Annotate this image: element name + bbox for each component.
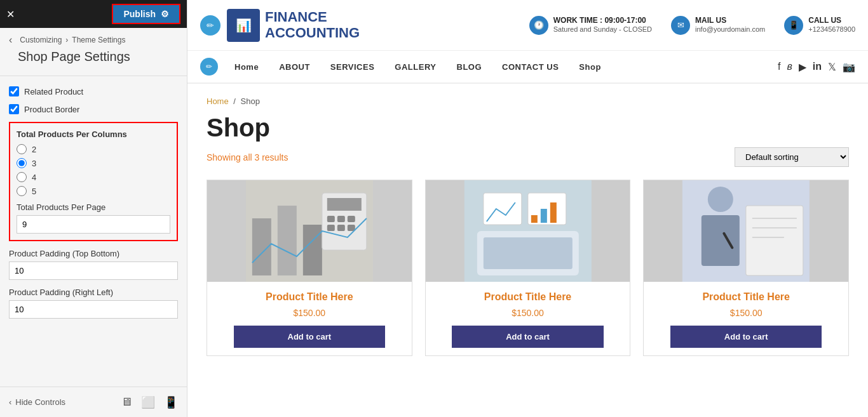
breadcrumb-theme-settings: Theme Settings (72, 36, 125, 44)
col4-row: 4 (17, 172, 170, 182)
bottom-bar: ‹ Hide Controls 🖥 ⬜ 📱 (0, 387, 187, 417)
mail-icon: ✉ (671, 16, 690, 35)
columns-section-label: Total Products Per Columns (17, 129, 170, 139)
add-to-cart-1[interactable]: Add to cart (234, 326, 385, 348)
svg-rect-8 (348, 216, 355, 222)
panel-title: Shop Page Settings (9, 48, 178, 70)
logo-icon: 📊 (227, 9, 260, 42)
work-time-block: 🕐 WORK TIME : 09:00-17:00 Satured and Su… (529, 16, 652, 35)
desktop-icon[interactable]: 🖥 (121, 395, 132, 409)
nav-services[interactable]: SERVICES (322, 53, 384, 81)
site-header: ✏ 📊 FINANCE ACCOUNTING 🕐 WORK TIME : 09:… (187, 0, 868, 51)
tablet-icon[interactable]: ⬜ (141, 395, 155, 409)
top-bar: ✕ Publish ⚙ (0, 0, 187, 28)
nav-gallery[interactable]: GALLERY (386, 53, 445, 81)
related-product-checkbox[interactable] (9, 86, 19, 96)
hide-controls-button[interactable]: ‹ Hide Controls (9, 397, 65, 407)
breadcrumb-separator: › (65, 36, 68, 44)
add-to-cart-3[interactable]: Add to cart (670, 326, 822, 348)
arrow-left-icon: ‹ (9, 397, 11, 407)
nav-home[interactable]: Home (226, 53, 268, 81)
linkedin-icon[interactable]: in (813, 61, 822, 72)
nav-shop[interactable]: Shop (570, 53, 610, 81)
svg-rect-7 (337, 216, 345, 222)
product-name-2: Product Title Here (433, 291, 623, 304)
mail-label: MAIL US (695, 16, 765, 25)
panel-scroll: Related Product Product Border Total Pro… (0, 81, 187, 387)
twitter-icon[interactable]: 𝕏 (828, 61, 836, 73)
svg-rect-22 (702, 215, 740, 266)
preview-area: ✏ 📊 FINANCE ACCOUNTING 🕐 WORK TIME : 09:… (187, 0, 868, 417)
columns-section: Total Products Per Columns 2 3 4 5 Total… (9, 122, 178, 241)
vk-icon[interactable]: в (787, 61, 792, 72)
nav-edit-icon[interactable]: ✏ (200, 58, 218, 76)
product-info-2: Product Title Here $150.00 Add to cart (426, 282, 630, 355)
header-edit-icon[interactable]: ✏ (200, 15, 220, 36)
call-value: +12345678900 (808, 25, 855, 33)
product-border-checkbox[interactable] (9, 104, 19, 114)
svg-rect-5 (327, 198, 362, 211)
breadcrumb-home-link[interactable]: Home (207, 96, 229, 106)
breadcrumb-sep: / (233, 96, 238, 106)
nav-blog[interactable]: BLOG (448, 53, 491, 81)
shop-content: Home / Shop Shop Showing all 3 results D… (187, 84, 868, 369)
back-arrow-icon[interactable]: ‹ (9, 34, 12, 46)
padding-right-left-input[interactable]: 10 (9, 300, 178, 319)
logo-block: 📊 FINANCE ACCOUNTING (227, 9, 360, 42)
social-icons: f в ▶ in 𝕏 📷 (778, 61, 855, 73)
product-img-2 (426, 180, 630, 282)
facebook-icon[interactable]: f (778, 61, 780, 72)
work-time-text: WORK TIME : 09:00-17:00 Satured and Sund… (553, 16, 652, 34)
add-to-cart-2[interactable]: Add to cart (452, 326, 603, 348)
svg-rect-17 (531, 215, 537, 223)
col3-label: 3 (32, 159, 36, 168)
product-border-label: Product Border (24, 105, 79, 114)
nav-about[interactable]: ABOUT (270, 53, 319, 81)
padding-top-bottom-section: Product Padding (Top Bottom) 10 (9, 249, 178, 280)
product-img-3 (644, 180, 848, 282)
svg-rect-9 (327, 225, 335, 231)
youtube-icon[interactable]: ▶ (799, 61, 806, 73)
product-info-3: Product Title Here $150.00 Add to cart (644, 282, 848, 355)
call-block: 📱 CALL US +12345678900 (784, 16, 855, 35)
col4-radio[interactable] (17, 172, 27, 182)
col3-radio[interactable] (17, 158, 27, 168)
padding-top-bottom-input[interactable]: 10 (9, 261, 178, 280)
products-grid: Product Title Here $150.00 Add to cart (207, 180, 849, 356)
shop-results-row: Showing all 3 results Default sorting (207, 147, 849, 167)
logo-line1: FINANCE (265, 10, 360, 25)
close-button[interactable]: ✕ (6, 8, 15, 20)
per-page-input[interactable]: 9 (17, 215, 170, 234)
mail-value: info@yourdomain.com (695, 25, 765, 33)
product-price-1: $150.00 (215, 308, 404, 318)
related-product-row: Related Product (9, 86, 178, 96)
col2-row: 2 (17, 144, 170, 154)
svg-rect-23 (746, 206, 803, 275)
call-label: CALL US (808, 16, 855, 25)
clock-icon: 🕐 (529, 16, 548, 35)
svg-rect-3 (303, 225, 322, 275)
col5-radio[interactable] (17, 186, 27, 196)
product-price-3: $150.00 (651, 308, 841, 318)
breadcrumb-customizing: Customizing (20, 36, 62, 44)
product-border-row: Product Border (9, 104, 178, 114)
showing-results: Showing all 3 results (207, 152, 288, 162)
col2-radio[interactable] (17, 144, 27, 154)
shop-title: Shop (207, 114, 849, 142)
padding-right-left-label: Product Padding (Right Left) (9, 288, 178, 297)
col3-row: 3 (17, 158, 170, 168)
header-info-blocks: 🕐 WORK TIME : 09:00-17:00 Satured and Su… (529, 16, 855, 35)
nav-contact[interactable]: CONTACT US (493, 53, 567, 81)
instagram-icon[interactable]: 📷 (843, 61, 855, 73)
breadcrumb-shop-label: Shop (241, 96, 260, 106)
device-icons: 🖥 ⬜ 📱 (121, 395, 178, 409)
mobile-icon[interactable]: 📱 (164, 395, 178, 409)
product-img-1 (207, 180, 412, 282)
sort-select[interactable]: Default sorting (735, 147, 849, 167)
svg-rect-6 (327, 216, 335, 222)
product-price-2: $150.00 (433, 308, 623, 318)
padding-right-left-section: Product Padding (Right Left) 10 (9, 288, 178, 319)
related-product-label: Related Product (24, 87, 83, 96)
publish-button[interactable]: Publish ⚙ (112, 4, 180, 24)
svg-rect-14 (483, 237, 572, 269)
